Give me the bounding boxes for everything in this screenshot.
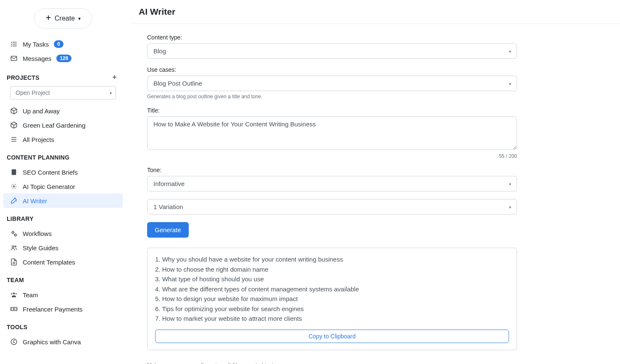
svg-point-30 [11,293,12,294]
sidebar-item-workflows[interactable]: Workflows [0,226,126,241]
use-cases-label: Use cases: [147,66,517,73]
file-icon [10,258,18,266]
sidebar-item-label: Workflows [23,230,52,237]
content-type-select[interactable]: Blog [147,43,517,59]
cube-icon [10,121,18,129]
page-icon [10,168,18,176]
svg-point-24 [15,234,17,236]
result-item: 2. How to choose the right domain name [155,265,509,275]
svg-point-29 [13,293,15,295]
add-project-icon[interactable]: + [110,73,119,82]
sidebar-item-up-and-away[interactable]: Up and Away [0,104,126,118]
sidebar-item-my-tasks[interactable]: My Tasks 0 [0,37,126,51]
users-icon [10,244,18,251]
svg-line-18 [15,185,16,185]
sidebar-item-label: Content Templates [23,259,75,266]
svg-point-10 [13,186,15,187]
copy-to-clipboard-button[interactable]: Copy to Clipboard [155,330,509,343]
sidebar-item-templates[interactable]: Content Templates [0,255,126,269]
sidebar-item-label: Style Guides [23,244,58,251]
tone-select[interactable]: Informative [147,176,517,191]
sidebar-item-label: My Tasks [23,41,49,48]
result-item: 1. Why you should have a website for you… [155,255,509,264]
open-project-select[interactable]: Open Project [10,86,116,100]
create-button[interactable]: Create ▼ [34,8,92,29]
char-counter: 55 / 200 [147,153,517,159]
sidebar-item-label: SEO Content Briefs [23,169,78,176]
svg-point-23 [12,232,14,234]
sidebar-item-messages[interactable]: Messages 126 [0,51,126,65]
title-label: Title: [147,107,517,114]
sidebar-item-all-projects[interactable]: All Projects [0,132,126,147]
sidebar-item-label: Messages [23,55,51,62]
create-label: Create [55,15,75,22]
content-type-label: Content type: [147,34,517,41]
ai-disclaimer: Make sure you manually review all AI gen… [147,362,517,364]
sidebar-item-label: Team [23,291,38,299]
sidebar-item-label: Graphics with Canva [23,338,81,346]
badge-count: 0 [54,40,63,48]
sidebar-item-team[interactable]: Team [0,288,126,302]
svg-point-36 [11,339,17,345]
form-container: Content type: Blog Use cases: Blog Post … [130,24,534,364]
section-header-library: LIBRARY [0,208,126,226]
envelope-icon [10,55,18,62]
sparkle-icon [10,183,18,190]
use-cases-helper: Generates a blog post outline given a ti… [147,94,517,100]
tasks-icon [10,40,18,48]
variation-group: 1 Variation [147,199,517,215]
cube-icon [10,107,18,115]
tone-group: Tone: Informative [147,167,517,191]
sidebar: Create ▼ My Tasks 0 Messages 126 PROJECT… [0,0,130,364]
result-item: 5. How to design your website for maximu… [155,294,509,304]
tone-label: Tone: [147,167,517,173]
sidebar-item-green-leaf[interactable]: Green Leaf Gardening [0,118,126,132]
title-group: Title: 55 / 200 [147,107,517,159]
create-button-wrap: Create ▼ [0,4,126,37]
svg-line-15 [12,185,13,185]
sidebar-item-label: Up and Away [23,107,60,115]
svg-line-17 [12,188,13,188]
svg-rect-9 [12,169,16,175]
sidebar-item-payments[interactable]: Freelancer Payments [0,302,126,316]
title-input[interactable] [147,116,517,150]
list-icon [10,136,18,143]
result-list: 1. Why you should have a website for you… [155,255,509,324]
svg-point-26 [15,246,16,247]
result-box: 1. Why you should have a website for you… [147,248,517,350]
use-cases-group: Use cases: Blog Post Outline Generates a… [147,66,517,100]
canva-icon [10,338,18,346]
gears-icon [10,230,18,237]
result-item: 6. Tips for optimizing your website for … [155,304,509,314]
main-content-area: AI Writer Content type: Blog Use cases: … [130,0,620,364]
generate-button[interactable]: Generate [147,222,189,238]
page-title: AI Writer [139,7,612,17]
wand-icon [10,197,18,204]
team-icon [10,291,18,299]
badge-count: 126 [56,55,71,62]
main-header: AI Writer [130,0,620,24]
money-icon [10,305,18,313]
variation-select[interactable]: 1 Variation [147,199,517,215]
result-item: 3. What type of hosting should you use [155,275,509,284]
sidebar-item-topic-generator[interactable]: AI Topic Generator [0,179,126,194]
caret-down-icon: ▼ [77,16,82,21]
result-item: 4. What are the different types of conte… [155,285,509,294]
svg-point-25 [12,246,14,248]
sidebar-item-label: AI Writer [23,197,47,204]
sidebar-item-label: AI Topic Generator [23,183,75,190]
sidebar-item-canva[interactable]: Graphics with Canva [0,335,126,349]
svg-line-16 [15,188,16,188]
sidebar-item-seo-briefs[interactable]: SEO Content Briefs [0,165,126,179]
use-cases-select[interactable]: Blog Post Outline [147,76,517,91]
content-type-group: Content type: Blog [147,34,517,59]
open-project-select-wrap: Open Project [10,86,116,100]
svg-point-31 [16,293,17,294]
section-header-tools: TOOLS [0,316,126,335]
svg-point-33 [13,309,15,310]
section-header-projects: PROJECTS + [0,65,126,86]
plus-icon [45,14,52,23]
sidebar-item-ai-writer[interactable]: AI Writer [3,194,123,208]
section-header-content-planning: CONTENT PLANNING [0,147,126,165]
sidebar-item-style-guides[interactable]: Style Guides [0,241,126,255]
